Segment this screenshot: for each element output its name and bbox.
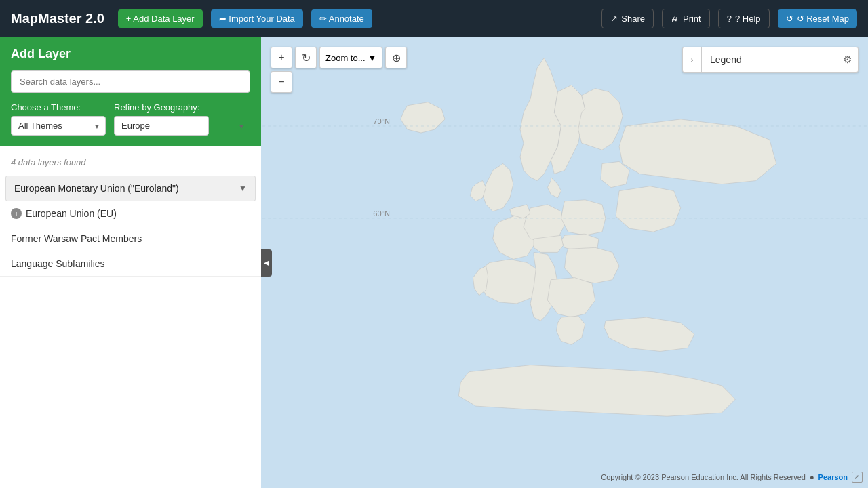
layer-label: Former Warsaw Pact Members [11,233,142,244]
app-title: MapMaster 2.0 [11,11,104,26]
zoom-to-dropdown[interactable]: Zoom to... ▼ [319,47,382,68]
theme-label: Choose a Theme: [11,102,106,113]
layer-label: European Monetary Union ("Euroland") [14,183,179,194]
legend-settings-button[interactable]: ⚙ [836,47,858,72]
main-area: Add Layer Choose a Theme: All Themes Phy… [0,37,868,488]
topbar: MapMaster 2.0 + Add Data Layer ➦ Import … [0,0,868,37]
pearson-icon: ● [810,473,814,481]
layers-list: 4 data layers found European Monetary Un… [0,146,261,488]
add-data-layer-button[interactable]: + Add Data Layer [118,9,203,28]
chevron-right-icon: › [691,56,694,64]
minus-icon: − [278,76,284,88]
legend-panel: › Legend ⚙ [682,47,859,73]
geo-filter-group: Refine by Geography: All Geographies Afr… [114,102,250,136]
sidebar-collapse-button[interactable]: ◀ [261,249,272,277]
svg-text:60°N: 60°N [373,209,390,218]
expand-icon: ⤢ [854,474,860,481]
legend-toggle-button[interactable]: › [683,47,702,72]
layer-label: European Union (EU) [26,208,117,219]
filters-section: Choose a Theme: All Themes Physical Poli… [0,102,261,146]
locate-icon: ⊕ [392,52,401,64]
list-item[interactable]: i European Union (EU) [0,201,261,226]
zoom-out-row: − [271,71,407,93]
list-item[interactable]: Former Warsaw Pact Members [0,226,261,251]
svg-text:70°N: 70°N [373,117,390,125]
refresh-button[interactable]: ↻ [295,47,317,68]
reset-icon: ↺ [786,14,793,24]
list-item[interactable]: European Monetary Union ("Euroland") ▼ [5,176,256,201]
gear-icon: ⚙ [843,54,852,66]
theme-select-wrapper: All Themes Physical Political Economic C… [11,116,106,136]
list-item[interactable]: Language Subfamilies [0,251,261,277]
reset-map-button[interactable]: ↺ ↺ Reset Map [778,9,857,28]
theme-select[interactable]: All Themes Physical Political Economic C… [11,116,106,136]
search-input[interactable] [11,70,250,93]
layers-count: 4 data layers found [0,155,261,176]
info-icon: i [11,208,22,219]
geo-select-wrapper: All Geographies Africa Asia Europe North… [114,116,250,136]
share-icon: ↗ [610,14,618,24]
plus-icon: + [278,52,284,64]
locate-button[interactable]: ⊕ [385,47,407,68]
legend-title: Legend [702,54,836,65]
layer-with-icon: i European Union (EU) [11,208,117,219]
layer-label: Language Subfamilies [11,258,105,269]
annotate-button[interactable]: ✏ Annotate [311,9,372,28]
map-area[interactable]: 70°N 60°N + ↻ Zoom to... ▼ ⊕ [261,37,868,488]
chevron-down-icon: ▼ [239,184,247,193]
theme-filter-group: Choose a Theme: All Themes Physical Poli… [11,102,106,136]
zoom-out-button[interactable]: − [271,71,292,93]
share-button[interactable]: ↗ Share [601,9,654,28]
zoom-in-button[interactable]: + [271,47,292,68]
print-icon: 🖨 [671,14,679,24]
help-button[interactable]: ? ? Help [718,9,770,28]
import-data-button[interactable]: ➦ Import Your Data [211,9,303,28]
copyright-bar: Copyright © 2023 Pearson Education Inc. … [601,472,863,483]
pearson-label: Pearson [818,473,848,481]
zoom-controls-row: + ↻ Zoom to... ▼ ⊕ [271,47,407,68]
copyright-text: Copyright © 2023 Pearson Education Inc. … [601,473,806,481]
collapse-icon: ◀ [264,259,269,266]
geo-select[interactable]: All Geographies Africa Asia Europe North… [114,116,209,136]
refresh-icon: ↻ [302,52,311,64]
map-svg: 70°N 60°N [261,37,868,488]
sidebar: Add Layer Choose a Theme: All Themes Phy… [0,37,261,488]
map-controls: + ↻ Zoom to... ▼ ⊕ − [271,47,407,93]
chevron-down-icon: ▼ [368,53,377,63]
search-section [0,70,261,102]
copyright-expand-button[interactable]: ⤢ [852,472,863,483]
add-layer-header: Add Layer [0,37,261,70]
geo-label: Refine by Geography: [114,102,250,113]
print-button[interactable]: 🖨 Print [662,9,710,28]
help-icon: ? [727,14,732,24]
